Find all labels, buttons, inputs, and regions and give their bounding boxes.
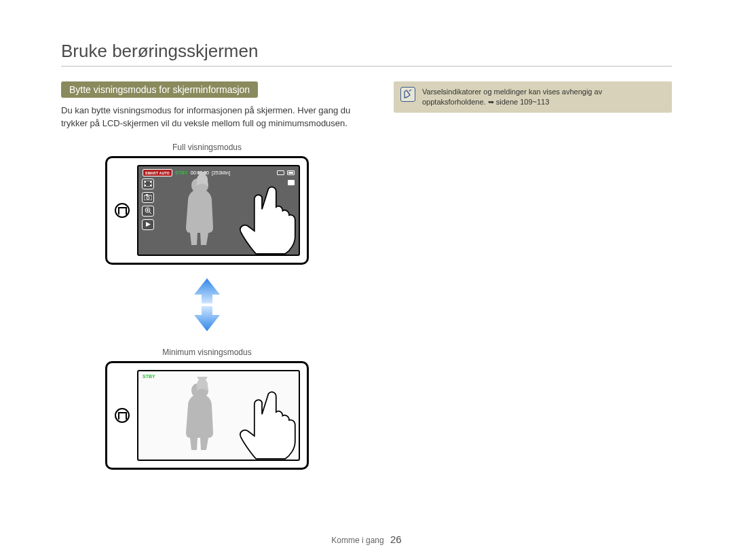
body-text: Du kan bytte visningsmodus for informasj… [61,105,353,130]
caption-full: Full visningsmodus [172,143,242,152]
svg-rect-2 [145,185,146,186]
device-min: STBY [105,361,309,470]
zoom-icon [142,206,154,217]
battery-icon [287,170,295,175]
svg-point-6 [147,197,149,200]
svg-rect-4 [150,185,151,186]
svg-marker-13 [194,278,220,303]
footer-page-number: 26 [390,534,402,545]
note-arrow-icon: ➥ [488,98,494,106]
home-icon [115,203,130,218]
hand-tap-icon [235,185,300,256]
sd-card-icon [288,180,295,185]
svg-rect-7 [146,194,148,195]
footer-section: Komme i gang [331,536,383,545]
divider [61,66,672,67]
section-heading: Bytte visningsmodus for skjerminformasjo… [61,81,258,98]
plug-icon [277,170,284,175]
film-icon [142,179,154,189]
note-icon [400,87,415,102]
svg-rect-3 [150,181,151,183]
svg-marker-14 [194,306,220,331]
screen-min: STBY [137,370,300,461]
note-box: Varselsindikatorer og meldinger kan vise… [394,81,672,113]
stby-label: STBY [143,374,155,379]
caption-min: Minimum visningsmodus [162,348,251,357]
note-page-ref: sidene 109~113 [496,98,550,106]
play-icon [142,219,154,230]
camera-icon [142,192,154,203]
page-title: Bruke berøringsskjermen [61,41,672,62]
hand-tap-icon [235,390,300,461]
screen-full: SMART AUTO STBY 00:00:00 [253Min] [137,165,300,256]
device-full: SMART AUTO STBY 00:00:00 [253Min] [105,156,309,265]
smart-auto-icon: SMART AUTO [143,169,172,176]
svg-line-9 [149,212,151,214]
svg-rect-1 [145,181,146,183]
home-icon [115,408,130,423]
svg-marker-12 [146,222,151,227]
double-arrow-icon [193,278,221,331]
